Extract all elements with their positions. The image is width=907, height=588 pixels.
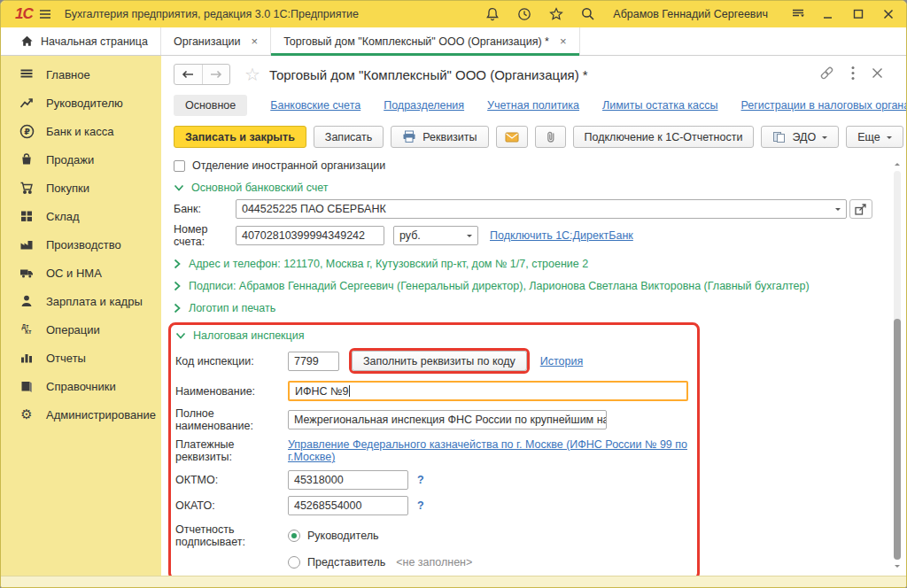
sidebar-item-main[interactable]: Главное	[1, 60, 161, 89]
sidebar-item-warehouse[interactable]: Склад	[1, 202, 161, 230]
payment-requisites-label: Платежные реквизиты:	[175, 438, 288, 463]
form-nav: Основное Банковские счета Подразделения …	[174, 95, 885, 116]
oktmo-input[interactable]: 45318000	[288, 470, 408, 490]
connect-1c-reporting-button[interactable]: Подключение к 1С-Отчетности	[573, 126, 755, 148]
okato-input[interactable]: 45268554000	[288, 496, 408, 515]
directbank-link[interactable]: Подключить 1С:ДиректБанк	[490, 229, 633, 242]
name-label: Наименование:	[175, 385, 288, 398]
sidebar-item-manager[interactable]: Руководителю	[1, 89, 161, 117]
currency-select[interactable]: руб.	[393, 226, 478, 245]
nav-accounting-policy[interactable]: Учетная политика	[487, 99, 579, 112]
get-link-icon[interactable]	[819, 66, 834, 84]
current-user[interactable]: Абрамов Геннадий Сергеевич	[613, 8, 768, 20]
dropdown-icon[interactable]	[830, 200, 846, 218]
envelope-icon	[505, 131, 519, 143]
section-tax-inspection[interactable]: Налоговая инспекция	[175, 329, 690, 342]
okato-help-icon[interactable]: ?	[417, 499, 424, 512]
close-window-icon[interactable]	[880, 5, 897, 23]
chevron-right-icon	[174, 281, 182, 291]
tab-close-icon[interactable]: ×	[560, 35, 567, 48]
tab-home[interactable]: Начальная страница	[8, 27, 161, 55]
page-title: Торговый дом "Комплексный" ООО (Организа…	[269, 67, 588, 82]
save-and-close-button[interactable]: Записать и закрыть	[174, 126, 306, 148]
tab-organization-card[interactable]: Торговый дом "Комплексный" ООО (Организа…	[271, 27, 579, 55]
account-number-input[interactable]: 40702810399994349242	[236, 226, 384, 245]
favorite-star-icon[interactable]: ☆	[244, 66, 260, 83]
nav-bank-accounts[interactable]: Банковские счета	[270, 99, 360, 112]
edo-button[interactable]: ЭДО	[761, 126, 839, 148]
inspection-name-input[interactable]: ИФНС №9	[288, 381, 688, 401]
sidebar-item-directories[interactable]: Справочники	[1, 372, 161, 400]
back-button[interactable]	[174, 65, 202, 84]
open-in-form-icon	[854, 203, 867, 216]
nav-departments[interactable]: Подразделения	[384, 99, 464, 112]
nav-cash-limits[interactable]: Лимиты остатка кассы	[602, 99, 717, 112]
foreign-org-checkbox[interactable]	[174, 160, 185, 172]
chevron-right-icon	[174, 259, 182, 269]
save-button[interactable]: Записать	[314, 126, 384, 148]
section-main-bank-account[interactable]: Основной банковский счет	[174, 182, 885, 194]
sidebar-item-salary-hr[interactable]: Зарплата и кадры	[1, 287, 161, 315]
bank-input[interactable]: 044525225 ПАО СБЕРБАНК	[236, 199, 847, 219]
main-menu-icon[interactable]	[36, 5, 54, 23]
notifications-bell-icon[interactable]	[484, 5, 501, 23]
menu-lines-icon	[19, 66, 35, 82]
minimize-icon[interactable]	[819, 5, 837, 23]
representative-empty-value[interactable]: <не заполнен>	[396, 556, 472, 569]
section-address-phone[interactable]: Адрес и телефон: 121170, Москва г, Кутуз…	[174, 258, 885, 270]
scroll-down-icon[interactable]	[895, 565, 900, 570]
home-icon	[20, 35, 34, 48]
history-link[interactable]: История	[540, 355, 583, 368]
status-bar	[1, 576, 906, 587]
app-window: 1С Бухгалтерия предприятия, редакция 3.0…	[0, 0, 907, 588]
service-settings-icon[interactable]	[789, 5, 807, 23]
close-form-icon[interactable]	[872, 66, 883, 82]
tab-organizations[interactable]: Организации ×	[161, 27, 271, 55]
foreign-org-label: Отделение иностранной организации	[192, 159, 385, 172]
signer-representative-radio[interactable]	[288, 556, 300, 569]
section-logo-stamp[interactable]: Логотип и печать	[174, 302, 885, 314]
bank-label: Банк:	[174, 203, 236, 215]
inspection-code-input[interactable]: 7799	[288, 352, 339, 371]
account-label: Номер счета:	[174, 223, 236, 248]
sidebar-item-sales[interactable]: Продажи	[1, 145, 161, 174]
ruble-circle-icon: ₽	[19, 123, 35, 139]
sidebar-item-reports[interactable]: Отчеты	[1, 344, 161, 372]
maximize-icon[interactable]	[849, 5, 867, 23]
nav-tax-registrations[interactable]: Регистрации в налоговых органах	[741, 99, 906, 112]
scrollbar-thumb[interactable]	[894, 319, 901, 560]
dropdown-icon[interactable]	[461, 227, 477, 244]
requisites-button[interactable]: Реквизиты	[391, 126, 488, 148]
more-button[interactable]: Еще	[846, 126, 903, 148]
sidebar-item-fixed-assets[interactable]: ОС и НМА	[1, 259, 161, 287]
attachments-button[interactable]	[535, 126, 566, 148]
vertical-scrollbar[interactable]	[892, 160, 903, 570]
paperclip-icon	[544, 130, 557, 143]
warehouse-grid-icon	[19, 208, 35, 224]
sidebar-item-bank-cash[interactable]: ₽ Банк и касса	[1, 117, 161, 145]
search-icon[interactable]	[579, 5, 597, 23]
history-icon[interactable]	[516, 5, 533, 23]
sidebar-item-purchases[interactable]: Покупки	[1, 174, 161, 202]
sidebar-item-operations[interactable]: Дт Кт Операции	[1, 315, 161, 344]
nav-main[interactable]: Основное	[174, 95, 247, 116]
sidebar-item-production[interactable]: Производство	[1, 230, 161, 259]
send-email-button[interactable]	[496, 126, 528, 148]
favorites-star-icon[interactable]	[547, 5, 565, 23]
scroll-up-icon[interactable]	[895, 160, 900, 166]
svg-text:₽: ₽	[24, 127, 30, 136]
payment-requisites-link[interactable]: Управление Федерального казначейства по …	[288, 438, 690, 463]
inspection-full-name-input[interactable]: Межрегиональная инспекция ФНС России по …	[288, 410, 607, 429]
oktmo-help-icon[interactable]: ?	[417, 474, 424, 486]
section-signatures[interactable]: Подписи: Абрамов Геннадий Сергеевич (Ген…	[174, 280, 885, 292]
1c-logo-icon: 1С	[15, 5, 33, 23]
forward-button[interactable]	[202, 65, 229, 84]
tab-close-icon[interactable]: ×	[252, 35, 259, 48]
more-menu-kebab-icon[interactable]	[850, 66, 856, 84]
sidebar-item-administration[interactable]: ⚙ Администрирование	[1, 400, 161, 429]
truck-icon	[19, 265, 35, 281]
signer-director-radio[interactable]	[288, 530, 300, 542]
open-bank-button[interactable]	[849, 199, 872, 219]
chevron-right-icon	[174, 303, 182, 313]
fill-requisites-button[interactable]: Заполнить реквизиты по коду	[352, 351, 527, 371]
